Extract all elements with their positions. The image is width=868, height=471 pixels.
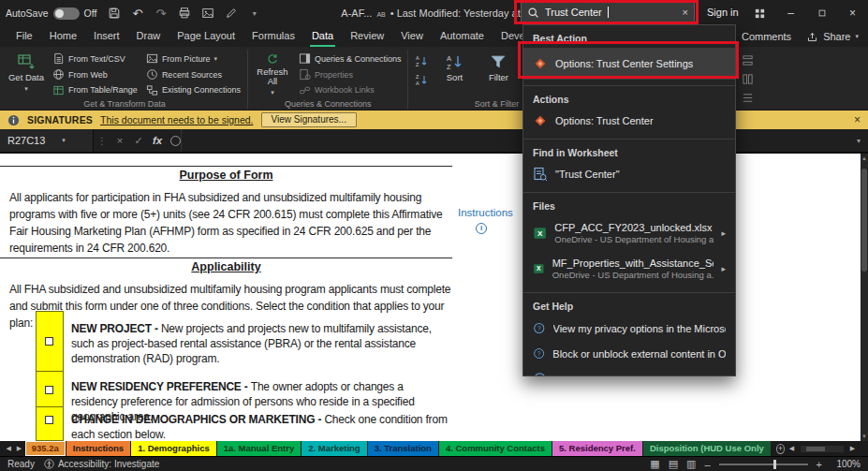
minimize-button[interactable]: – — [775, 0, 806, 26]
page-break-view-icon[interactable]: ▥ — [686, 458, 696, 470]
result-trust-center-action[interactable]: Options: Trust Center — [523, 109, 735, 133]
sheet-nav-left-icon[interactable]: ◀ — [4, 445, 13, 452]
cancel-entry-icon[interactable]: × — [110, 135, 129, 146]
sheet-tab-demographics[interactable]: 1. Demographics — [131, 441, 216, 456]
tab-draw[interactable]: Draw — [128, 26, 169, 47]
get-data-button[interactable]: Get Data▾ — [6, 50, 47, 97]
subtotal-icon[interactable] — [742, 92, 754, 104]
refresh-all-button[interactable]: Refresh All▾ — [252, 50, 293, 97]
zoom-slider[interactable] — [719, 464, 808, 465]
vertical-scrollbar-thumb[interactable] — [861, 169, 867, 272]
recent-sources-button[interactable]: Recent Sources — [143, 67, 243, 82]
tab-view[interactable]: View — [392, 26, 432, 47]
hscroll-left-icon[interactable]: ◀ — [786, 445, 798, 452]
result-file-mf-properties[interactable]: X MF_Properties_with_Assistance_Sec8_Co.… — [523, 251, 735, 287]
formula-bar-circle-icon[interactable] — [170, 136, 181, 146]
picture-button[interactable] — [198, 3, 217, 23]
help-block-external-content[interactable]: ? Block or unblock external content in O… — [523, 341, 735, 366]
sheet-tab-instructions[interactable]: Instructions — [66, 441, 130, 456]
tab-file[interactable]: File — [7, 26, 41, 47]
zoom-in-icon[interactable]: + — [817, 459, 822, 470]
formula-bar-expand-chevron[interactable]: ▾ — [849, 137, 868, 145]
from-table-range-button[interactable]: From Table/Range — [50, 82, 140, 97]
print-button[interactable] — [174, 3, 194, 23]
from-picture-button[interactable]: From Picture▾ — [143, 52, 243, 66]
sheet-nav-right-icon[interactable]: ▶ — [14, 445, 23, 452]
ungroup-rows-icon[interactable] — [742, 73, 754, 85]
group-rows-icon[interactable] — [742, 54, 754, 66]
confirm-entry-icon[interactable]: ✓ — [129, 135, 148, 147]
sheet-tab-community-contacts[interactable]: 4. Community Contacts — [439, 441, 552, 456]
result-trust-center-settings[interactable]: Options: Trust Center Settings — [523, 48, 735, 80]
chevron-right-icon[interactable]: ▸ — [721, 264, 726, 273]
sign-in-button[interactable]: Sign in — [707, 7, 739, 18]
scroll-up-icon[interactable]: ▲ — [861, 155, 868, 161]
sort-ascending-button[interactable]: AZ — [412, 52, 431, 69]
instructions-info-icon[interactable]: i — [476, 223, 487, 234]
view-signatures-button[interactable]: View Signatures... — [261, 112, 357, 127]
instructions-link[interactable]: Instructions — [458, 207, 513, 218]
save-button[interactable] — [104, 3, 124, 23]
page-layout-view-icon[interactable]: ▤ — [669, 458, 678, 470]
accessibility-status[interactable]: Accessibility: Investigate — [44, 459, 159, 469]
sort-descending-button[interactable]: ZA — [412, 71, 431, 88]
worksheet-area[interactable]: Purpose of Form All applicants for parti… — [0, 154, 868, 441]
sheet-tab-translation[interactable]: 3. Translation — [368, 441, 438, 456]
chevron-right-icon[interactable]: ▸ — [721, 228, 726, 238]
help-get-help-trust-center[interactable]: ? Get Help on "Trust Center" — [523, 366, 735, 376]
apps-grid-button[interactable] — [744, 0, 775, 26]
name-box[interactable]: R27C13 ▾ — [0, 129, 94, 152]
help-privacy-options[interactable]: ? View my privacy options in the Microso… — [523, 316, 735, 341]
demographics-marketing-checkbox[interactable] — [45, 416, 53, 424]
clear-search-icon[interactable]: × — [683, 7, 688, 18]
vertical-scrollbar[interactable]: ▲ ▼ — [861, 154, 868, 441]
insert-function-button[interactable]: fx — [148, 135, 167, 146]
residency-preference-checkbox[interactable] — [45, 386, 53, 394]
queries-connections-button[interactable]: Queries & Connections — [296, 52, 405, 66]
tab-data[interactable]: Data — [303, 26, 342, 47]
formula-input[interactable] — [181, 129, 849, 152]
horizontal-scrollbar-thumb[interactable] — [806, 447, 825, 451]
tab-formulas[interactable]: Formulas — [243, 26, 303, 47]
message-bar-close-icon[interactable]: × — [854, 113, 861, 126]
from-web-button[interactable]: From Web — [50, 67, 140, 82]
sort-button[interactable]: AZ Sort — [434, 50, 475, 97]
filter-button[interactable]: Filter — [478, 50, 519, 97]
sheet-tab-manual-entry[interactable]: 1a. Manual Entry — [217, 441, 302, 456]
scroll-down-icon[interactable]: ▼ — [861, 434, 868, 439]
existing-connections-button[interactable]: Existing Connections — [143, 82, 243, 97]
new-sheet-button[interactable]: + — [776, 444, 785, 454]
properties-button[interactable]: Properties — [296, 67, 405, 82]
name-box-chevron[interactable]: ▾ — [62, 137, 66, 144]
hscroll-right-icon[interactable]: ▶ — [846, 445, 859, 452]
customize-toolbar-chevron[interactable]: ▾ — [244, 3, 264, 23]
autosave-toggle[interactable]: AutoSave Off — [6, 7, 96, 20]
sheet-tab-disposition[interactable]: Disposition (HUD Use Only — [643, 441, 771, 456]
formula-bar-grip[interactable]: ⋮ — [94, 136, 110, 146]
result-file-cfp-acc[interactable]: X CFP_ACC_FY2023_unlocked.xlsx OneDrive … — [523, 215, 735, 251]
sheet-tab-residency-pref[interactable]: 5. Residency Pref. — [552, 441, 642, 456]
sheet-tab-935-2a[interactable]: 935.2a — [25, 441, 66, 456]
pen-button[interactable] — [221, 3, 241, 23]
tab-page-layout[interactable]: Page Layout — [169, 26, 243, 47]
redo-button[interactable]: ↷ — [151, 3, 170, 23]
from-text-csv-button[interactable]: From Text/CSV — [50, 52, 140, 66]
sheet-tab-marketing[interactable]: 2. Marketing — [302, 441, 366, 456]
new-project-checkbox[interactable] — [45, 337, 53, 346]
undo-button[interactable]: ↶ — [127, 3, 147, 23]
zoom-slider-thumb[interactable] — [773, 460, 776, 469]
normal-view-icon[interactable]: ▦ — [650, 458, 659, 470]
tab-insert[interactable]: Insert — [85, 26, 128, 47]
horizontal-scrollbar[interactable] — [801, 446, 844, 452]
zoom-out-icon[interactable]: – — [704, 459, 710, 470]
share-button[interactable]: Share ▾ — [806, 31, 859, 43]
zoom-percentage[interactable]: 100% — [831, 459, 861, 469]
tab-review[interactable]: Review — [342, 26, 392, 47]
autosave-switch[interactable] — [53, 7, 80, 20]
workbook-links-button[interactable]: Workbook Links — [296, 82, 405, 97]
result-find-in-worksheet[interactable]: "Trust Center" — [523, 162, 735, 186]
tab-automate[interactable]: Automate — [432, 26, 493, 47]
close-button[interactable]: × — [837, 0, 868, 26]
tab-home[interactable]: Home — [41, 26, 85, 47]
restore-button[interactable] — [806, 0, 837, 26]
